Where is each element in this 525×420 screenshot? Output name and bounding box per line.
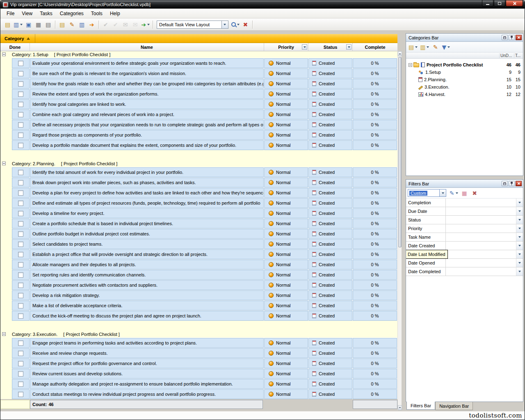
task-row[interactable]: Develop a timeline for every project.Nor… <box>0 208 397 218</box>
edit-task-button[interactable]: ✎ <box>67 20 77 29</box>
filter-preset-combo[interactable]: Custom <box>408 189 446 197</box>
minimize-button[interactable] <box>482 0 493 7</box>
task-checkbox[interactable] <box>18 303 23 308</box>
sync-button[interactable]: ➔ <box>140 20 151 29</box>
category-row-3execution[interactable]: 3.Execution.1010 <box>406 83 523 91</box>
panel-restore-button[interactable] <box>502 35 508 40</box>
new-category-button[interactable]: ▤ <box>408 43 418 52</box>
task-row[interactable]: Develop a portfolio mandate document tha… <box>0 140 397 150</box>
priority-filter-dropdown[interactable] <box>302 44 307 50</box>
task-checkbox[interactable] <box>18 371 23 377</box>
new-subcategory-button[interactable]: ▥ <box>419 43 430 52</box>
collapse-expander-icon[interactable] <box>2 52 6 56</box>
task-checkbox[interactable] <box>18 293 23 298</box>
filter-preset-field[interactable]: Custom <box>408 189 440 197</box>
tab-navigation-bar[interactable]: Navigation Bar <box>435 402 473 410</box>
task-row[interactable]: Establish a project office that will pro… <box>0 249 397 259</box>
menu-tasks[interactable]: Tasks <box>36 9 56 18</box>
tree-root-row[interactable]: Project Portfolio Checklist 46 46 <box>406 61 523 68</box>
save-database-button[interactable]: ▣ <box>24 20 33 29</box>
panel-pin-button[interactable] <box>509 35 515 40</box>
filter-row-date-created[interactable]: Date Created <box>406 242 523 250</box>
task-row[interactable]: Evaluate your operational environment to… <box>0 58 397 68</box>
category-row-4harvest[interactable]: 4.Harvest.1212 <box>406 91 523 98</box>
task-row[interactable]: Receive and review change requests.Norma… <box>0 348 397 358</box>
task-row[interactable]: Identify the total amount of work for ev… <box>0 167 397 177</box>
task-row[interactable]: Request the project office for portfolio… <box>0 358 397 368</box>
vertical-scrollbar[interactable] <box>397 51 402 410</box>
task-row[interactable]: Select candidates to project teams.Norma… <box>0 239 397 249</box>
task-checkbox[interactable] <box>18 180 23 185</box>
filter-row-date-completed[interactable]: Date Completed <box>406 267 523 276</box>
task-checkbox[interactable] <box>18 361 23 366</box>
filter-dropdown-button[interactable] <box>516 233 523 241</box>
task-row[interactable]: Conduct status meetings to review indivi… <box>0 389 397 399</box>
task-checkbox[interactable] <box>18 221 23 226</box>
filter-row-status[interactable]: Status <box>406 216 523 224</box>
tab-filters-bar[interactable]: Filters Bar <box>406 402 435 410</box>
panel-pin-button[interactable] <box>509 181 515 186</box>
task-checkbox[interactable] <box>18 102 23 107</box>
task-checkbox[interactable] <box>18 340 23 346</box>
filter-row-date-opened[interactable]: Date Opened <box>406 259 523 267</box>
task-row[interactable]: Define all necessary projects that your … <box>0 119 397 130</box>
task-row[interactable]: Conduct the kick-off meeting to discuss … <box>0 310 397 321</box>
edit-layout-button[interactable] <box>231 20 240 29</box>
collapse-expander-icon[interactable] <box>409 63 412 67</box>
task-checkbox[interactable] <box>18 392 23 397</box>
task-checkbox[interactable] <box>18 132 23 138</box>
category-row-1setup[interactable]: 1.Setup99 <box>406 68 523 76</box>
filter-dropdown-button[interactable] <box>516 242 523 250</box>
task-row[interactable]: Break down project work into smaller pie… <box>0 177 397 187</box>
filter-dropdown-button[interactable] <box>516 199 523 207</box>
task-row[interactable]: Regard those projects as components of y… <box>0 130 397 140</box>
close-button[interactable] <box>506 0 523 7</box>
title-bar[interactable]: Vip organizer [C:\Users\dmitry\Desktop\P… <box>0 0 525 9</box>
category-row-2planning[interactable]: 2.Planning.1515 <box>406 76 523 83</box>
task-row[interactable]: Outline portfolio budget in individual p… <box>0 228 397 239</box>
edit-category-button[interactable]: ✎ <box>431 43 440 52</box>
task-checkbox[interactable] <box>18 201 23 206</box>
column-done[interactable]: Done <box>0 43 30 51</box>
task-checkbox[interactable] <box>18 190 23 196</box>
filter-dropdown-button[interactable] <box>516 267 523 276</box>
open-database-button[interactable]: ▥ <box>13 20 23 29</box>
task-row[interactable]: Make a list of deliverable acceptance cr… <box>0 300 397 310</box>
task-row[interactable]: Combine each goal category and relevant … <box>0 109 397 119</box>
layout-combo-field[interactable]: Default Task View Layout <box>157 21 221 29</box>
menu-categories[interactable]: Categories <box>56 9 87 18</box>
task-checkbox[interactable] <box>18 262 23 267</box>
task-checkbox[interactable] <box>18 283 23 288</box>
filter-row-priority[interactable]: Priority <box>406 224 523 233</box>
filter-row-task-name[interactable]: Task Name <box>406 233 523 242</box>
filter-preset-dropdown[interactable] <box>440 189 446 197</box>
layout-combo-arrow[interactable] <box>221 21 228 29</box>
task-checkbox[interactable] <box>18 91 23 97</box>
panel-close-button[interactable] <box>516 35 522 40</box>
column-priority[interactable]: Priority <box>264 43 308 51</box>
complete-task-button[interactable]: ➔ <box>87 20 96 29</box>
task-checkbox[interactable] <box>18 122 23 128</box>
filter-dropdown-button[interactable] <box>516 207 523 215</box>
filter-dropdown-button[interactable] <box>516 250 523 258</box>
print-button[interactable]: ▦ <box>34 20 43 29</box>
task-row[interactable]: Identify how goal categories are linked … <box>0 99 397 109</box>
task-row[interactable]: Manage authority delegation and project … <box>0 379 397 389</box>
task-row[interactable]: Review the extent and types of work the … <box>0 89 397 99</box>
new-task-button[interactable]: ▤ <box>57 20 67 29</box>
task-checkbox[interactable] <box>18 170 23 175</box>
scroll-down-button[interactable] <box>398 405 402 410</box>
task-checkbox[interactable] <box>18 272 23 278</box>
task-row[interactable]: Define and estimate all types of project… <box>0 198 397 208</box>
scroll-up-button[interactable] <box>398 51 402 56</box>
panel-restore-button[interactable] <box>502 181 508 186</box>
scroll-thumb[interactable] <box>398 57 402 247</box>
task-row[interactable]: Review current issues and develop soluti… <box>0 368 397 379</box>
menu-view[interactable]: View <box>18 9 36 18</box>
collapse-expander-icon[interactable] <box>2 332 6 336</box>
sort-category-header[interactable]: Category <box>0 34 35 43</box>
task-checkbox[interactable] <box>18 211 23 216</box>
menu-file[interactable]: File <box>3 9 18 18</box>
duplicate-task-button[interactable]: ▥ <box>77 20 87 29</box>
task-checkbox[interactable] <box>18 381 23 387</box>
